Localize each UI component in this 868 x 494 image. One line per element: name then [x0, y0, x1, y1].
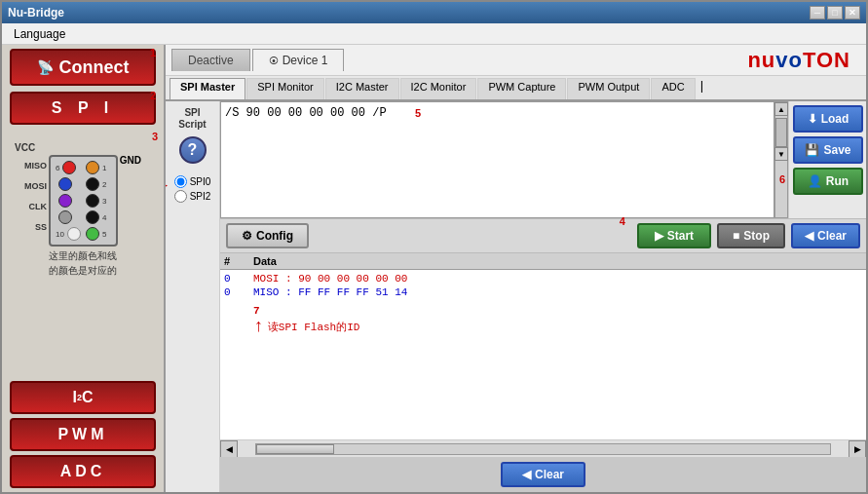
save-icon: 💾 — [805, 143, 819, 157]
table-header: # Data — [220, 253, 866, 270]
h-scrollbar[interactable] — [255, 443, 831, 455]
download-icon: ⬇ — [808, 112, 817, 126]
row-hash-0: 0 — [224, 273, 253, 285]
pin-4 — [86, 210, 99, 224]
col-data-header: Data — [253, 255, 862, 267]
arrow-icon: ➤ — [166, 177, 169, 193]
annotation-6: 6 — [779, 173, 785, 185]
scroll-thumb[interactable] — [775, 118, 787, 147]
tab-pwm-capture[interactable]: PWM Capture — [477, 78, 566, 99]
annotation-3: 3 — [152, 131, 158, 142]
row-mosi-data: MOSI : 90 00 00 00 00 00 — [253, 273, 862, 285]
wifi-icon: 📡 — [37, 59, 54, 75]
spi-radio-group: ➤ SPI0 SPI2 — [174, 175, 211, 203]
spi2-radio[interactable] — [174, 190, 187, 203]
run-icon: 👤 — [808, 174, 822, 188]
spi-left-panel: SPI Script ? ➤ SPI0 — [166, 101, 220, 492]
menu-language[interactable]: Language — [8, 27, 71, 41]
control-bar: ⚙ Config 4 ▶ Start ■ Sto — [220, 218, 866, 253]
scroll-left-btn[interactable]: ◀ — [220, 440, 238, 458]
row-miso-data: MISO : FF FF FF FF 51 14 — [253, 286, 862, 298]
tab-i2c-master[interactable]: I2C Master — [325, 78, 399, 99]
spi-main-content: /S 90 00 00 00 00 00 /P ▲ ▼ ⬇ Load — [220, 101, 866, 492]
config-button[interactable]: ⚙ Config — [226, 223, 309, 248]
start-button[interactable]: ▶ Start — [637, 223, 711, 248]
stop-button[interactable]: ■ Stop — [717, 223, 785, 248]
tab-pwm-output[interactable]: PWM Output — [567, 78, 650, 99]
data-table-area: # Data 0 MOSI : 90 00 00 00 00 00 0 — [220, 253, 866, 439]
scroll-up-btn[interactable]: ▲ — [774, 102, 788, 116]
scroll-down-btn[interactable]: ▼ — [774, 147, 788, 161]
script-vscrollbar[interactable]: ▲ ▼ — [774, 101, 788, 218]
flash-id-label: 读SPI Flash的ID — [268, 320, 360, 334]
scroll-right-btn[interactable]: ▶ — [849, 440, 866, 458]
pin-left-2 — [58, 177, 72, 191]
sidebar: 1 📡 Connect 2 S P I 3 VCC — [2, 45, 166, 492]
mosi-side-label: MOSI — [24, 177, 47, 195]
spi0-radio[interactable] — [174, 175, 187, 188]
clear-bottom-icon: ◀ — [522, 468, 531, 481]
tab-spi-master[interactable]: SPI Master — [170, 78, 245, 99]
pin-left-4 — [58, 210, 72, 224]
miso-side-label: MISO — [24, 157, 47, 174]
bottom-clear-bar: ◀ Clear — [220, 457, 866, 492]
data-table-body: 0 MOSI : 90 00 00 00 00 00 0 MISO : FF F… — [220, 270, 866, 439]
connect-button[interactable]: 📡 Connect — [10, 49, 156, 86]
pin-10 — [67, 227, 81, 241]
stop-icon: ■ — [733, 229, 739, 243]
load-button[interactable]: ⬇ Load — [793, 105, 863, 133]
ss-side-label: SS — [24, 218, 47, 236]
spi0-radio-label[interactable]: SPI0 — [174, 175, 211, 188]
tab-i2c-monitor[interactable]: I2C Monitor — [400, 78, 477, 99]
device-tab[interactable]: ⦿ Device 1 — [252, 49, 345, 71]
nuvoton-logo: nuvoTON — [747, 48, 860, 73]
tab-more[interactable]: | — [697, 78, 707, 99]
window-title: Nu-Bridge — [8, 6, 64, 19]
table-row: 0 MOSI : 90 00 00 00 00 00 — [224, 272, 862, 285]
title-bar-buttons: ─ □ ✕ — [810, 6, 860, 19]
table-row: 0 MISO : FF FF FF FF 51 14 — [224, 285, 862, 299]
col-hash-header: # — [224, 255, 253, 267]
row-hash-1: 0 — [224, 286, 253, 298]
pwm-button[interactable]: PWM — [10, 418, 156, 451]
spi-button[interactable]: S P I — [10, 92, 156, 125]
feature-tabs: SPI Master SPI Monitor I2C Master I2C Mo… — [166, 76, 866, 101]
vcc-gnd-labels: VCC — [15, 142, 151, 153]
annotation-5: 5 — [415, 107, 421, 119]
pin-left-3 — [58, 194, 72, 208]
annotation-4: 4 — [620, 215, 625, 227]
spi-script-label: SPI Script — [170, 107, 215, 131]
play-icon: ▶ — [655, 229, 663, 243]
connector-diagram: VCC MISO MOSI CLK SS 6 — [10, 142, 156, 247]
save-button[interactable]: 💾 Save — [793, 136, 863, 164]
tab-spi-monitor[interactable]: SPI Monitor — [246, 78, 323, 99]
pin-5 — [86, 227, 99, 241]
help-button[interactable]: ? — [179, 136, 207, 164]
up-arrow-icon: ↑ — [253, 317, 264, 336]
device-bar: Deactive ⦿ Device 1 nuvoTON — [166, 45, 866, 76]
radio-icon: ⦿ — [269, 56, 279, 66]
annotation-7: 7 — [253, 305, 260, 317]
run-button[interactable]: 👤 Run — [793, 168, 863, 195]
minimize-button[interactable]: ─ — [810, 6, 825, 19]
clear-bottom-button[interactable]: ◀ Clear — [501, 462, 585, 487]
clk-side-label: CLK — [24, 198, 47, 215]
deactive-tab[interactable]: Deactive — [171, 49, 250, 71]
spi2-radio-label[interactable]: SPI2 — [174, 190, 211, 203]
i2c-button[interactable]: I2C — [10, 381, 156, 414]
gnd-label: GND — [120, 155, 141, 168]
main-body: 1 📡 Connect 2 S P I 3 VCC — [2, 45, 866, 492]
pin-1 — [86, 161, 99, 174]
script-area-wrapper: /S 90 00 00 00 00 00 /P ▲ ▼ ⬇ Load — [220, 101, 866, 218]
h-scrollbar-thumb[interactable] — [256, 444, 334, 454]
tab-adc[interactable]: ADC — [651, 78, 695, 99]
restore-button[interactable]: □ — [827, 6, 843, 19]
pin-6 — [62, 161, 76, 174]
close-button[interactable]: ✕ — [845, 6, 860, 19]
menu-bar: Language — [2, 23, 866, 45]
main-window: Nu-Bridge ─ □ ✕ Language 1 📡 Connect 2 — [0, 0, 868, 494]
clear-top-button[interactable]: ◀ Clear — [791, 223, 860, 248]
annotation-1: 1 — [150, 47, 156, 58]
script-textarea[interactable]: /S 90 00 00 00 00 00 /P — [220, 101, 774, 218]
adc-button[interactable]: ADC — [10, 455, 156, 488]
